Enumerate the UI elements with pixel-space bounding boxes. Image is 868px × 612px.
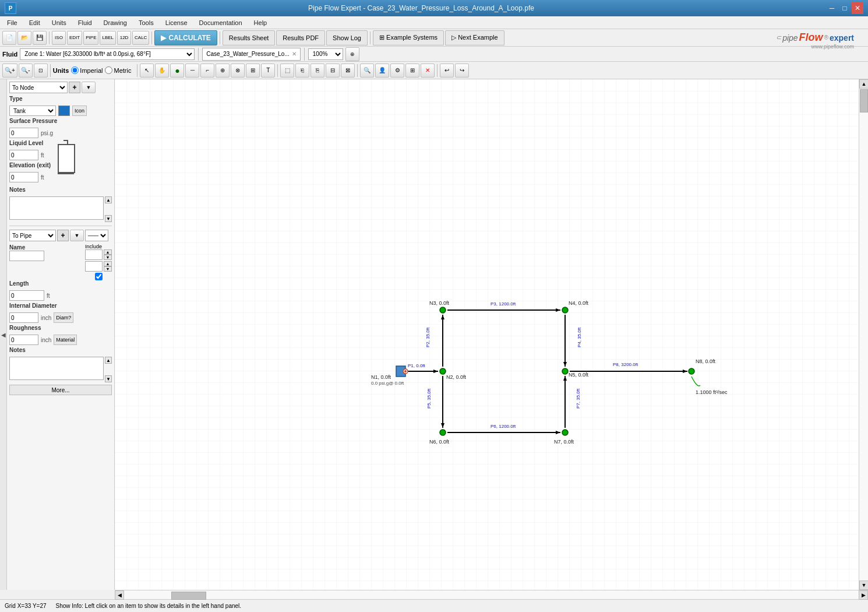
metric-radio[interactable]: Metric [105, 66, 131, 74]
node-n6[interactable] [440, 430, 446, 435]
node-n7[interactable] [562, 430, 568, 435]
redo-button[interactable]: ↪ [455, 64, 469, 78]
stepper-down[interactable]: ▼ [104, 255, 112, 260]
icon-button[interactable]: Icon [72, 105, 87, 116]
include-count-input[interactable] [85, 249, 103, 260]
diameter-input[interactable] [9, 312, 38, 323]
node-options-button[interactable]: ▼ [82, 82, 96, 93]
select-button[interactable]: ⬚ [280, 64, 294, 78]
edit-button[interactable]: EDIT [67, 31, 82, 45]
open-button[interactable]: 📂 [17, 31, 31, 45]
calc-small-button[interactable]: CALC [132, 31, 149, 45]
more-button[interactable]: More... [9, 385, 112, 395]
metric-radio-input[interactable] [105, 66, 112, 74]
fluid-selector[interactable]: Zone 1: Water [62.303000 lb/ft³ at 0.0ps… [20, 48, 195, 60]
stepper2-down[interactable]: ▼ [104, 266, 112, 272]
add-node-button[interactable]: + [69, 82, 80, 93]
new-button[interactable]: 📄 [2, 31, 16, 45]
include-checkbox[interactable] [95, 273, 103, 280]
scroll-down-button[interactable]: ▼ [859, 581, 868, 590]
line-style-select[interactable]: ─── [85, 230, 108, 241]
include-count2-input[interactable] [85, 261, 103, 272]
example-systems-button[interactable]: ⊞ Example Systems [373, 30, 444, 45]
scroll-right-button[interactable]: ▶ [859, 590, 868, 600]
scroll-left-button[interactable]: ◀ [115, 590, 124, 600]
copy-button[interactable]: ⎗ [295, 64, 309, 78]
elevation-input[interactable] [9, 172, 38, 182]
next-example-button[interactable]: ▷ Next Example [445, 30, 504, 45]
menu-file[interactable]: File [2, 18, 22, 27]
undo-button[interactable]: ↩ [440, 64, 454, 78]
node-n3[interactable] [440, 307, 446, 313]
cursor-button[interactable]: ↖ [140, 64, 154, 78]
stepper-up[interactable]: ▲ [104, 249, 112, 255]
scroll-up-button[interactable]: ▲ [859, 79, 868, 89]
add-pipe-button[interactable]: + [57, 230, 69, 241]
iso-button[interactable]: ISO [52, 31, 66, 45]
node-button[interactable]: ● [170, 64, 184, 78]
node-n8[interactable] [689, 368, 694, 374]
label-button[interactable]: LBEL [100, 31, 116, 45]
save-button[interactable]: 💾 [33, 31, 47, 45]
menu-drawing[interactable]: Drawing [99, 18, 132, 27]
pipe-options-button[interactable]: ▼ [70, 230, 84, 241]
results-pdf-tab[interactable]: Results PDF [276, 30, 325, 45]
menu-fluid[interactable]: Fluid [73, 18, 97, 27]
roughness-input[interactable] [9, 335, 38, 345]
diam-button[interactable]: Diam? [54, 312, 73, 323]
pump-button[interactable]: ⊕ [216, 64, 230, 78]
scroll-thumb[interactable] [860, 89, 868, 112]
collapse-panel-button[interactable]: ◀ [0, 79, 7, 590]
type-select[interactable]: Tank [9, 105, 56, 116]
menu-tools[interactable]: Tools [134, 18, 158, 27]
menu-license[interactable]: License [161, 18, 192, 27]
node-n5[interactable] [562, 368, 568, 374]
close-button[interactable]: ✕ [852, 2, 863, 14]
pipe-name-input[interactable] [9, 251, 44, 261]
menu-help[interactable]: Help [249, 18, 272, 27]
12d-button[interactable]: 12D [117, 31, 131, 45]
menu-documentation[interactable]: Documentation [195, 18, 247, 27]
zoom-in2-button[interactable]: 🔍 [360, 64, 374, 78]
imperial-radio-input[interactable] [71, 66, 79, 74]
user-button[interactable]: 👤 [375, 64, 389, 78]
imperial-radio[interactable]: Imperial [71, 66, 103, 74]
pipe-draw-button[interactable]: ─ [185, 64, 199, 78]
results-sheet-tab[interactable]: Results Sheet [223, 30, 275, 45]
surface-pressure-input[interactable] [9, 128, 38, 138]
pipe-notes-textarea[interactable] [9, 357, 104, 380]
to-pipe-select[interactable]: To Pipe [9, 230, 56, 241]
h-scroll-thumb[interactable] [171, 592, 206, 600]
component-button[interactable]: ⊞ [246, 64, 260, 78]
minimize-button[interactable]: ─ [826, 2, 838, 14]
notes-scroll-up[interactable]: ▲ [105, 196, 112, 203]
to-node-select[interactable]: To Node [9, 82, 68, 93]
notes-textarea[interactable] [9, 196, 104, 220]
material-button[interactable]: Material [54, 335, 77, 345]
canvas-area[interactable]: N1, 0.0ft 0.0 psi.g@ 0.0ft N2, 0.0ft N3,… [115, 79, 868, 590]
notes-scroll-down[interactable]: ▼ [105, 215, 112, 222]
show-log-tab[interactable]: Show Log [326, 30, 368, 45]
node-n4[interactable] [562, 307, 568, 313]
pipe-notes-scroll-down[interactable]: ▼ [105, 375, 112, 382]
fit-button[interactable]: ⊡ [34, 64, 48, 78]
zoom-in-button[interactable]: 🔍+ [2, 64, 17, 78]
file-tab-close[interactable]: ✕ [292, 51, 297, 57]
node-n2[interactable] [440, 368, 446, 374]
zoom-selector[interactable]: 100% [308, 48, 343, 60]
align-button[interactable]: ⊟ [326, 64, 340, 78]
text-button[interactable]: T [261, 64, 275, 78]
stepper2-up[interactable]: ▲ [104, 261, 112, 266]
paste-button[interactable]: ⎘ [310, 64, 324, 78]
pipe-notes-scroll-up[interactable]: ▲ [105, 357, 112, 364]
menu-edit[interactable]: Edit [24, 18, 45, 27]
node-color-box[interactable] [58, 105, 70, 116]
valve-button[interactable]: ⊗ [231, 64, 245, 78]
length-input[interactable] [9, 290, 44, 301]
grid-btn2[interactable]: ⊞ [405, 64, 419, 78]
hand-button[interactable]: ✋ [155, 64, 169, 78]
pipe-button[interactable]: PIPE [83, 31, 98, 45]
calculate-button[interactable]: ▶ CALCULATE [154, 30, 217, 45]
file-tab[interactable]: Case_23_Water_Pressure_Lo... ✕ [202, 48, 301, 61]
zoom-control-button[interactable]: ⊕ [345, 47, 359, 61]
